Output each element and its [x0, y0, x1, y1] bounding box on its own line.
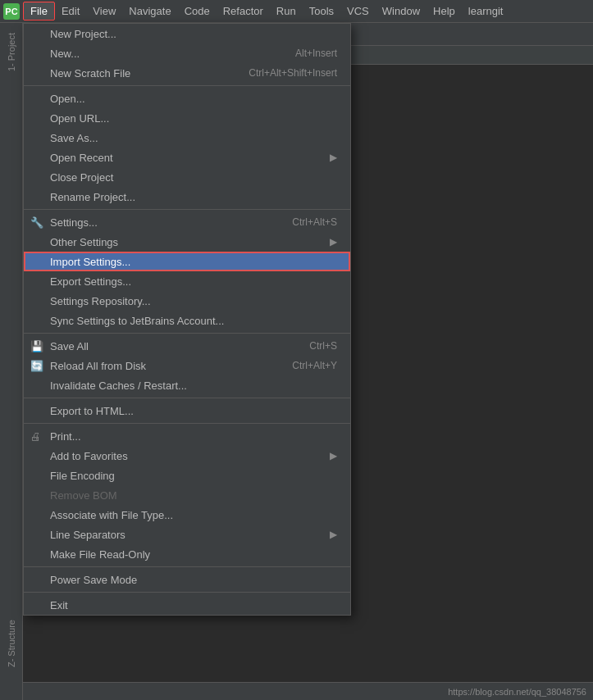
save-icon: 💾 [30, 340, 43, 352]
submenu-arrow-recent: ▶ [330, 152, 337, 163]
menu-item-exit[interactable]: Exit [24, 595, 350, 615]
menu-view[interactable]: View [86, 2, 122, 20]
menu-item-file-encoding[interactable]: File Encoding [24, 466, 350, 485]
separator-1 [24, 85, 350, 86]
menu-file[interactable]: File [23, 2, 55, 20]
sidebar-project-label: 1- Project [7, 33, 16, 71]
menu-learngit[interactable]: learngit [462, 2, 510, 20]
separator-3 [24, 333, 350, 334]
menu-item-save-as[interactable]: Save As... [24, 128, 350, 148]
menu-item-line-separators[interactable]: Line Separators ▶ [24, 525, 350, 544]
separator-6 [24, 566, 350, 567]
settings-icon: 🔧 [30, 216, 43, 229]
reload-icon: 🔄 [30, 360, 43, 372]
menu-item-new-project[interactable]: New Project... [24, 24, 350, 43]
menu-item-export-settings[interactable]: Export Settings... [24, 271, 350, 291]
menu-item-open[interactable]: Open... [24, 89, 350, 108]
menu-item-other-settings[interactable]: Other Settings ▶ [24, 232, 350, 252]
menu-item-settings[interactable]: 🔧 Settings... Ctrl+Alt+S [24, 212, 350, 232]
shortcut-new: Alt+Insert [295, 48, 337, 59]
separator-7 [24, 592, 350, 593]
submenu-arrow-favorites: ▶ [330, 450, 337, 461]
shortcut-scratch: Ctrl+Alt+Shift+Insert [249, 67, 337, 79]
menu-help[interactable]: Help [427, 2, 462, 20]
shortcut-save-all: Ctrl+S [309, 340, 337, 352]
menu-item-invalidate-caches[interactable]: Invalidate Caches / Restart... [24, 375, 350, 395]
menu-tools[interactable]: Tools [303, 2, 340, 20]
menu-item-open-recent[interactable]: Open Recent ▶ [24, 148, 350, 167]
menu-item-add-favorites[interactable]: Add to Favorites ▶ [24, 446, 350, 466]
menu-edit[interactable]: Edit [55, 2, 86, 20]
menu-item-rename-project[interactable]: Rename Project... [24, 187, 350, 207]
menu-item-new[interactable]: New... Alt+Insert [24, 43, 350, 63]
menu-window[interactable]: Window [376, 2, 427, 20]
menu-item-associate-file-type[interactable]: Associate with File Type... [24, 505, 350, 525]
menu-item-export-html[interactable]: Export to HTML... [24, 401, 350, 420]
separator-4 [24, 398, 350, 398]
menu-item-close-project[interactable]: Close Project [24, 167, 350, 187]
menu-item-print[interactable]: 🖨 Print... [24, 426, 350, 446]
menu-item-settings-repo[interactable]: Settings Repository... [24, 291, 350, 311]
menu-item-remove-bom: Remove BOM [24, 485, 350, 505]
file-dropdown-menu: New Project... New... Alt+Insert New Scr… [23, 23, 351, 616]
app-logo: PC [3, 3, 20, 20]
status-bar: https://blog.csdn.net/qq_38048756 [23, 682, 593, 700]
menu-bar: PC File Edit View Navigate Code Refactor… [0, 0, 593, 23]
submenu-arrow-other: ▶ [330, 236, 337, 248]
left-sidebar: 1- Project Z- Structure [0, 23, 23, 700]
status-url: https://blog.csdn.net/qq_38048756 [448, 687, 586, 697]
print-icon: 🖨 [30, 430, 41, 443]
menu-code[interactable]: Code [178, 2, 217, 20]
menu-item-new-scratch[interactable]: New Scratch File Ctrl+Alt+Shift+Insert [24, 63, 350, 83]
shortcut-reload: Ctrl+Alt+Y [292, 360, 337, 371]
menu-item-save-all[interactable]: 💾 Save All Ctrl+S [24, 336, 350, 356]
menu-item-sync-settings[interactable]: Sync Settings to JetBrains Account... [24, 311, 350, 330]
menu-vcs[interactable]: VCS [340, 2, 376, 20]
menu-navigate[interactable]: Navigate [122, 2, 177, 20]
menu-item-import-settings[interactable]: Import Settings... [24, 252, 350, 271]
submenu-arrow-line-sep: ▶ [330, 529, 337, 540]
menu-run[interactable]: Run [270, 2, 303, 20]
menu-item-open-url[interactable]: Open URL... [24, 108, 350, 128]
shortcut-settings: Ctrl+Alt+S [292, 216, 337, 228]
menu-refactor[interactable]: Refactor [217, 2, 270, 20]
menu-item-make-read-only[interactable]: Make File Read-Only [24, 544, 350, 564]
separator-2 [24, 209, 350, 210]
separator-5 [24, 423, 350, 424]
sidebar-structure-label: Z- Structure [7, 620, 16, 667]
menu-item-power-save[interactable]: Power Save Mode [24, 570, 350, 589]
menu-item-reload-disk[interactable]: 🔄 Reload All from Disk Ctrl+Alt+Y [24, 356, 350, 375]
